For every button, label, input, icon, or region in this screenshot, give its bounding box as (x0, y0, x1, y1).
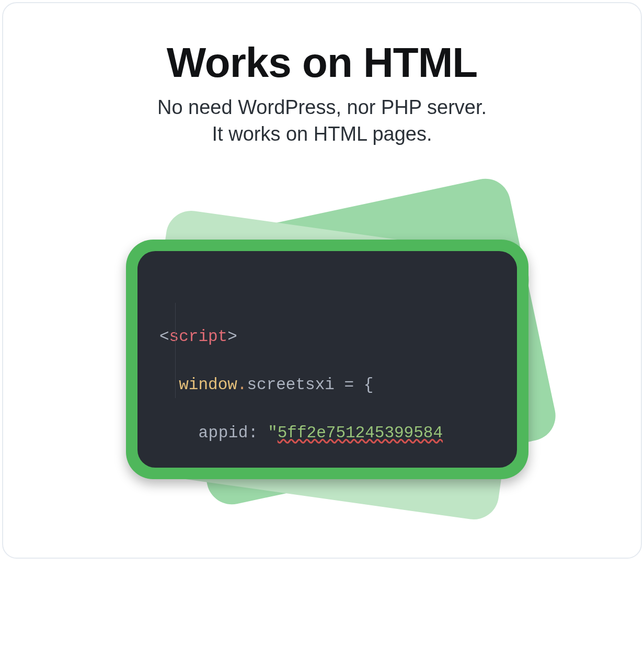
subheading-line-1: No need WordPress, nor PHP server. (3, 94, 641, 121)
code-window-frame: <script> window.screetsxi = { appid: "5f… (126, 240, 528, 479)
card-subheading: No need WordPress, nor PHP server. It wo… (3, 94, 641, 148)
card-heading: Works on HTML (3, 41, 641, 85)
feature-card: Works on HTML No need WordPress, nor PHP… (2, 2, 642, 559)
indent-guide (175, 303, 176, 398)
code-editor: <script> window.screetsxi = { appid: "5f… (137, 251, 517, 468)
subheading-line-2: It works on HTML pages. (3, 121, 641, 148)
code-line-2: window.screetsxi = { (159, 373, 495, 397)
code-illustration: <script> window.screetsxi = { appid: "5f… (108, 185, 536, 519)
code-line-1: <script> (159, 325, 495, 349)
code-line-3: appid: "5ff2e751245399584 (159, 421, 495, 445)
